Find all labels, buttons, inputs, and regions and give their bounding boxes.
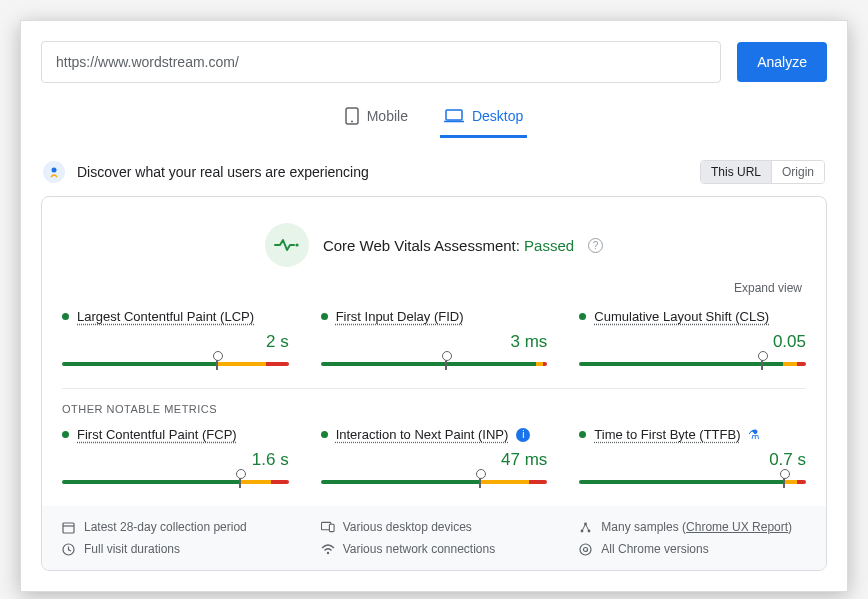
discover-title: Discover what your real users are experi…: [77, 164, 369, 180]
meta-panel: Latest 28-day collection period Various …: [42, 506, 826, 570]
svg-rect-2: [446, 110, 462, 120]
meta-samples-prefix: Many samples: [601, 520, 678, 534]
meta-durations-text: Full visit durations: [84, 542, 180, 556]
metric-fcp-bar: [62, 474, 289, 488]
insights-icon: [43, 161, 65, 183]
metric-ttfb-value: 0.7 s: [579, 450, 806, 470]
tab-mobile-label: Mobile: [367, 108, 408, 124]
svg-rect-7: [329, 524, 334, 531]
url-input[interactable]: [41, 41, 721, 83]
meta-devices: Various desktop devices: [321, 520, 548, 534]
status-dot: [579, 431, 586, 438]
marker-icon: [216, 356, 218, 370]
meta-samples-text: Many samples (Chrome UX Report): [601, 520, 792, 534]
metric-lcp-value: 2 s: [62, 332, 289, 352]
wifi-icon: [321, 544, 335, 555]
devices-icon: [321, 521, 335, 533]
metric-inp-value: 47 ms: [321, 450, 548, 470]
marker-icon: [479, 474, 481, 488]
metric-lcp-name[interactable]: Largest Contentful Paint (LCP): [77, 309, 254, 324]
analyze-button[interactable]: Analyze: [737, 42, 827, 82]
assessment-status: Passed: [524, 237, 574, 254]
other-metrics-grid: First Contentful Paint (FCP) 1.6 s Inter…: [62, 427, 806, 488]
meta-connections: Various network connections: [321, 542, 548, 556]
meta-period: Latest 28-day collection period: [62, 520, 289, 534]
info-icon[interactable]: i: [516, 428, 530, 442]
metric-inp: Interaction to Next Paint (INP) i 47 ms: [321, 427, 548, 488]
chrome-icon: [579, 543, 593, 556]
svg-point-3: [52, 168, 57, 173]
metric-ttfb-bar: [579, 474, 806, 488]
meta-versions: All Chrome versions: [579, 542, 806, 556]
meta-connections-text: Various network connections: [343, 542, 496, 556]
svg-point-12: [326, 551, 328, 553]
metric-cls-name[interactable]: Cumulative Layout Shift (CLS): [594, 309, 769, 324]
metric-lcp: Largest Contentful Paint (LCP) 2 s: [62, 309, 289, 370]
svg-point-4: [295, 243, 298, 246]
core-metrics-grid: Largest Contentful Paint (LCP) 2 s First…: [62, 309, 806, 370]
metric-fid-name[interactable]: First Input Delay (FID): [336, 309, 464, 324]
svg-point-1: [351, 121, 353, 123]
status-dot: [62, 431, 69, 438]
calendar-icon: [62, 521, 76, 534]
meta-durations: Full visit durations: [62, 542, 289, 556]
metric-inp-bar: [321, 474, 548, 488]
status-dot: [321, 313, 328, 320]
metric-lcp-bar: [62, 356, 289, 370]
metric-fcp: First Contentful Paint (FCP) 1.6 s: [62, 427, 289, 488]
metric-ttfb-name[interactable]: Time to First Byte (TTFB): [594, 427, 740, 442]
page-container: Analyze Mobile Desktop Discover what you…: [20, 20, 848, 592]
assessment-prefix: Core Web Vitals Assessment:: [323, 237, 520, 254]
desktop-icon: [444, 109, 464, 123]
help-icon[interactable]: ?: [588, 238, 603, 253]
pulse-icon: [265, 223, 309, 267]
tab-desktop[interactable]: Desktop: [440, 101, 527, 138]
scope-toggle: This URL Origin: [700, 160, 825, 184]
discover-left: Discover what your real users are experi…: [43, 161, 369, 183]
status-dot: [62, 313, 69, 320]
vitals-card: Core Web Vitals Assessment: Passed ? Exp…: [41, 196, 827, 571]
assessment-label: Core Web Vitals Assessment: Passed: [323, 237, 574, 254]
svg-point-14: [584, 547, 588, 551]
metric-fid-bar: [321, 356, 548, 370]
other-metrics-label: OTHER NOTABLE METRICS: [62, 403, 806, 415]
svg-rect-5: [63, 523, 74, 533]
chrome-ux-link[interactable]: Chrome UX Report: [686, 520, 788, 534]
mobile-icon: [345, 107, 359, 125]
discover-row: Discover what your real users are experi…: [41, 160, 827, 184]
tab-desktop-label: Desktop: [472, 108, 523, 124]
metric-cls: Cumulative Layout Shift (CLS) 0.05: [579, 309, 806, 370]
clock-icon: [62, 543, 76, 556]
flask-icon[interactable]: ⚗: [748, 427, 760, 442]
url-bar-row: Analyze: [41, 41, 827, 83]
metric-fid: First Input Delay (FID) 3 ms: [321, 309, 548, 370]
toggle-this-url[interactable]: This URL: [701, 161, 771, 183]
meta-devices-text: Various desktop devices: [343, 520, 472, 534]
svg-point-13: [580, 544, 591, 555]
meta-versions-text: All Chrome versions: [601, 542, 708, 556]
status-dot: [321, 431, 328, 438]
status-dot: [579, 313, 586, 320]
metric-inp-name[interactable]: Interaction to Next Paint (INP): [336, 427, 509, 442]
marker-icon: [761, 356, 763, 370]
metric-fcp-value: 1.6 s: [62, 450, 289, 470]
metric-cls-value: 0.05: [579, 332, 806, 352]
assessment-row: Core Web Vitals Assessment: Passed ?: [62, 223, 806, 267]
toggle-origin[interactable]: Origin: [771, 161, 824, 183]
marker-icon: [783, 474, 785, 488]
tab-mobile[interactable]: Mobile: [341, 101, 412, 138]
meta-period-text: Latest 28-day collection period: [84, 520, 247, 534]
device-tabs: Mobile Desktop: [41, 101, 827, 138]
marker-icon: [239, 474, 241, 488]
metric-fid-value: 3 ms: [321, 332, 548, 352]
meta-samples: Many samples (Chrome UX Report): [579, 520, 806, 534]
divider: [62, 388, 806, 389]
samples-icon: [579, 521, 593, 534]
metric-fcp-name[interactable]: First Contentful Paint (FCP): [77, 427, 237, 442]
expand-view-link[interactable]: Expand view: [62, 281, 806, 295]
metric-ttfb: Time to First Byte (TTFB) ⚗ 0.7 s: [579, 427, 806, 488]
marker-icon: [445, 356, 447, 370]
metric-cls-bar: [579, 356, 806, 370]
